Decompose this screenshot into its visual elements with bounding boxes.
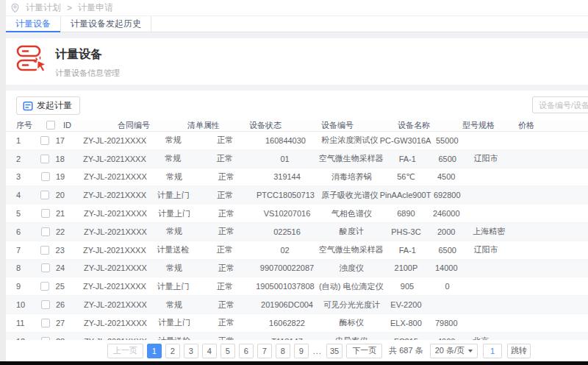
cell-index: 8 <box>12 263 35 272</box>
cell-status: 正常 <box>200 263 254 274</box>
jump-page-input[interactable] <box>483 344 502 358</box>
cell-model: 56℃ <box>382 172 431 182</box>
cell-id: 24 <box>56 263 82 272</box>
cell-contract: ZY-JL-2021XXXX <box>82 155 148 163</box>
bottom-black-strip <box>0 361 588 365</box>
next-page-button[interactable]: 下一页 <box>346 344 382 358</box>
cell-select <box>35 136 56 145</box>
row-checkbox[interactable] <box>40 191 49 199</box>
page-size-select[interactable]: 20 条/页 <box>430 344 478 358</box>
search-input[interactable] <box>532 96 588 113</box>
cell-status: 正常 <box>200 226 254 237</box>
page-button-9[interactable]: 9 <box>294 344 309 358</box>
cell-device-name: (自动) 电位滴定仪 <box>319 281 383 292</box>
column-header-status: 设备状态 <box>234 120 297 131</box>
breadcrumb-item-plan[interactable]: 计量计划 <box>26 1 61 14</box>
row-checkbox[interactable] <box>41 319 50 327</box>
row-checkbox[interactable] <box>41 209 50 218</box>
table-row: 11 27 ZY-JL-2021XXXX 计量上门 正常 16062822 酶标… <box>6 314 588 333</box>
cell-device-no: 16062822 <box>253 319 321 327</box>
cell-contract: ZY-JL-2021XXXX <box>82 246 148 255</box>
cell-status: 正常 <box>200 317 254 328</box>
table-row: 4 20 ZY-JL-2021XXXX 计量上门 正常 PTCC18050713… <box>6 186 588 205</box>
cell-price: 55000 <box>431 136 463 145</box>
cell-index: 3 <box>12 172 35 181</box>
launch-measurement-button[interactable]: 发起计量 <box>16 96 80 115</box>
cell-attr: 常规 <box>148 153 198 164</box>
cell-select <box>35 263 56 272</box>
tab-measuring-devices[interactable]: 计量设备 <box>6 16 61 32</box>
cell-device-name: 酶标仪 <box>321 317 382 328</box>
table-row: 6 22 ZY-JL-2021XXXX 常规 正常 022516 酸度计 PHS… <box>6 223 588 241</box>
pagination-bar: 上一页 123456789 ... 35 下一页 共 687 条 20 条/页 … <box>6 340 588 361</box>
cell-select <box>35 172 56 181</box>
cell-id: 20 <box>56 191 82 199</box>
cell-price: 2000 <box>430 227 462 236</box>
cell-id: 19 <box>56 172 82 181</box>
row-checkbox[interactable] <box>41 300 50 309</box>
cell-model: EV-2200 <box>382 300 431 309</box>
row-checkbox[interactable] <box>40 246 49 255</box>
cell-model: FA-1 <box>384 246 431 255</box>
cell-device-no: PTCC18050713 <box>251 191 319 199</box>
page-button-5[interactable]: 5 <box>220 344 235 358</box>
cell-device-name: 浊度仪 <box>321 263 382 274</box>
cell-attr: 常规 <box>148 300 199 311</box>
page-button-1[interactable]: 1 <box>147 344 162 358</box>
cell-device-no: 1905001037808 <box>251 282 319 291</box>
row-checkbox[interactable] <box>41 172 50 181</box>
prev-page-button[interactable]: 上一页 <box>107 344 143 358</box>
cell-attr: 计量上门 <box>148 317 199 328</box>
column-header-id: ID <box>63 121 94 130</box>
collapsed-sidebar-strip <box>0 0 6 365</box>
tab-launch-history[interactable]: 计量设备发起历史 <box>61 16 151 32</box>
jump-button[interactable]: 跳转 <box>507 344 531 358</box>
cell-price: 4500 <box>430 172 462 181</box>
row-checkbox[interactable] <box>41 263 50 272</box>
cell-device-no: 02 <box>251 246 319 255</box>
device-list-click-icon <box>16 44 49 78</box>
page-buttons: 123456789 <box>147 344 309 358</box>
cell-id: 23 <box>56 246 82 255</box>
cell-price: 6500 <box>431 155 464 163</box>
table-row: 7 23 ZY-JL-2021XXXX 计量送检 正常 02 空气微生物采样器 … <box>6 241 588 260</box>
cell-device-name: 可见分光光度计 <box>321 300 382 311</box>
cell-contract: ZY-JL-2021XXXX <box>82 191 148 199</box>
cell-select <box>35 209 56 218</box>
row-checkbox[interactable] <box>40 282 49 291</box>
cell-attr: 计量送检 <box>148 244 198 255</box>
row-checkbox[interactable] <box>40 136 49 145</box>
page-button-2[interactable]: 2 <box>165 344 180 358</box>
page-button-8[interactable]: 8 <box>276 344 290 358</box>
page-button-7[interactable]: 7 <box>257 344 272 358</box>
cell-select <box>35 227 56 236</box>
cell-contract: ZY-JL-2021XXXX <box>82 282 148 291</box>
row-checkbox[interactable] <box>40 155 49 163</box>
cell-id: 26 <box>56 300 82 309</box>
page-button-3[interactable]: 3 <box>184 344 198 358</box>
cell-device-no: 022516 <box>253 227 321 236</box>
page-button-last[interactable]: 35 <box>326 344 343 358</box>
cell-select <box>35 319 56 327</box>
column-header-price: 价格 <box>507 120 545 131</box>
cell-index: 9 <box>12 282 35 291</box>
column-header-device-name: 设备名称 <box>378 120 450 131</box>
breadcrumb-item-apply: 计量申请 <box>78 1 113 14</box>
select-all-checkbox[interactable] <box>46 121 55 130</box>
row-checkbox[interactable] <box>41 227 50 236</box>
column-header-index: 序号 <box>12 120 38 131</box>
cell-device-name: 气相色谱仪 <box>321 208 382 219</box>
table-row: 10 26 ZY-JL-2021XXXX 常规 正常 201906DC004 可… <box>6 296 588 314</box>
page-button-4[interactable]: 4 <box>202 344 217 358</box>
page-button-6[interactable]: 6 <box>239 344 254 358</box>
breadcrumb: 计量计划 > 计量申请 <box>26 1 113 14</box>
cell-device-no: 201906DC004 <box>253 300 321 309</box>
cell-contract: ZY-JL-2021XXXX <box>82 172 148 181</box>
cell-attr: 计量上门 <box>148 208 199 219</box>
cell-device-no: 160844030 <box>251 136 319 145</box>
column-header-contract: 合同编号 <box>94 120 173 131</box>
cell-model: 905 <box>383 282 431 291</box>
cell-contract: ZY-JL-2021XXXX <box>82 319 148 327</box>
cell-attr: 常规 <box>148 135 198 146</box>
cell-id: 18 <box>56 155 82 163</box>
